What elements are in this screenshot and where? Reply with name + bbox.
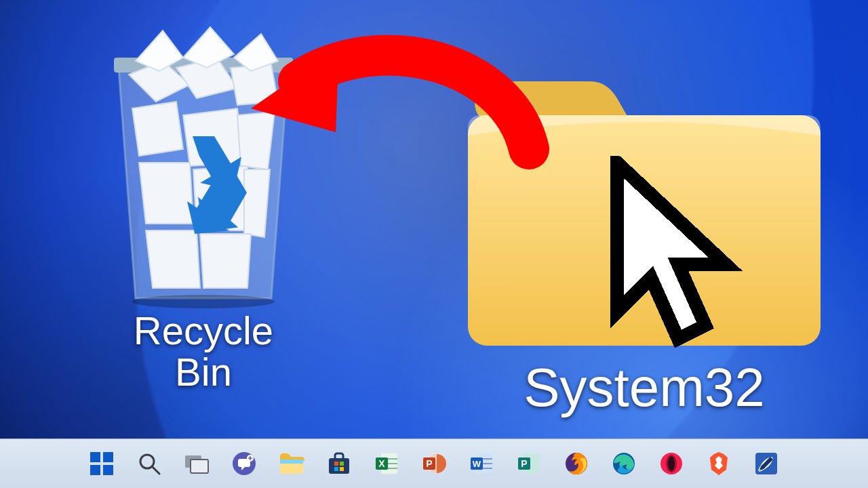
brave[interactable] bbox=[704, 449, 734, 479]
taskbar: X P W P bbox=[0, 439, 868, 488]
clip-studio[interactable] bbox=[751, 449, 781, 479]
svg-point-60 bbox=[668, 456, 675, 471]
svg-rect-21 bbox=[90, 465, 100, 475]
publisher-icon: P bbox=[517, 451, 541, 476]
svg-text:P: P bbox=[521, 458, 527, 469]
svg-text:W: W bbox=[473, 459, 481, 469]
edge[interactable] bbox=[609, 449, 639, 479]
task-view-button[interactable] bbox=[182, 449, 212, 479]
svg-marker-8 bbox=[139, 163, 193, 224]
svg-marker-12 bbox=[200, 234, 251, 288]
store-icon bbox=[327, 451, 351, 476]
drag-arrow bbox=[217, 20, 556, 197]
svg-rect-35 bbox=[340, 462, 344, 466]
svg-point-16 bbox=[132, 295, 275, 308]
paint-app-icon bbox=[754, 451, 778, 476]
opera-icon bbox=[659, 451, 684, 476]
powerpoint[interactable]: P bbox=[419, 449, 449, 479]
publisher[interactable]: P bbox=[514, 449, 544, 479]
teams-chat[interactable] bbox=[229, 449, 259, 479]
word-icon: W bbox=[469, 451, 494, 476]
file-explorer[interactable] bbox=[277, 449, 307, 479]
svg-rect-22 bbox=[103, 465, 113, 475]
brave-icon bbox=[707, 451, 730, 476]
mouse-cursor-icon bbox=[610, 156, 753, 362]
svg-rect-32 bbox=[280, 460, 303, 464]
firefox[interactable] bbox=[561, 449, 591, 479]
windows-logo-icon bbox=[90, 452, 113, 475]
chat-icon bbox=[232, 451, 256, 476]
powerpoint-icon: P bbox=[422, 451, 446, 476]
recycle-bin-label: Recycle Bin bbox=[88, 310, 319, 393]
firefox-icon bbox=[564, 451, 589, 476]
svg-rect-33 bbox=[329, 458, 349, 474]
svg-rect-34 bbox=[334, 462, 338, 466]
task-view-icon bbox=[184, 453, 209, 474]
desktop-wallpaper: Recycle Bin System32 bbox=[0, 0, 868, 439]
excel-icon: X bbox=[374, 451, 399, 476]
svg-rect-37 bbox=[340, 467, 344, 471]
svg-rect-19 bbox=[90, 452, 100, 462]
search-button[interactable] bbox=[134, 449, 164, 479]
edge-icon bbox=[612, 451, 636, 476]
microsoft-store[interactable] bbox=[324, 449, 354, 479]
search-icon bbox=[138, 452, 161, 475]
svg-marker-5 bbox=[132, 102, 183, 156]
svg-text:X: X bbox=[378, 458, 385, 469]
system32-label: System32 bbox=[454, 359, 834, 416]
svg-text:P: P bbox=[426, 458, 432, 469]
folder-icon bbox=[279, 452, 304, 475]
svg-rect-20 bbox=[103, 452, 113, 462]
svg-rect-26 bbox=[191, 460, 208, 473]
start-button[interactable] bbox=[87, 449, 117, 479]
word[interactable]: W bbox=[467, 449, 496, 479]
opera[interactable] bbox=[656, 449, 686, 479]
svg-marker-11 bbox=[146, 230, 200, 288]
svg-rect-36 bbox=[334, 467, 338, 471]
svg-line-24 bbox=[153, 467, 159, 474]
excel[interactable]: X bbox=[372, 449, 401, 479]
